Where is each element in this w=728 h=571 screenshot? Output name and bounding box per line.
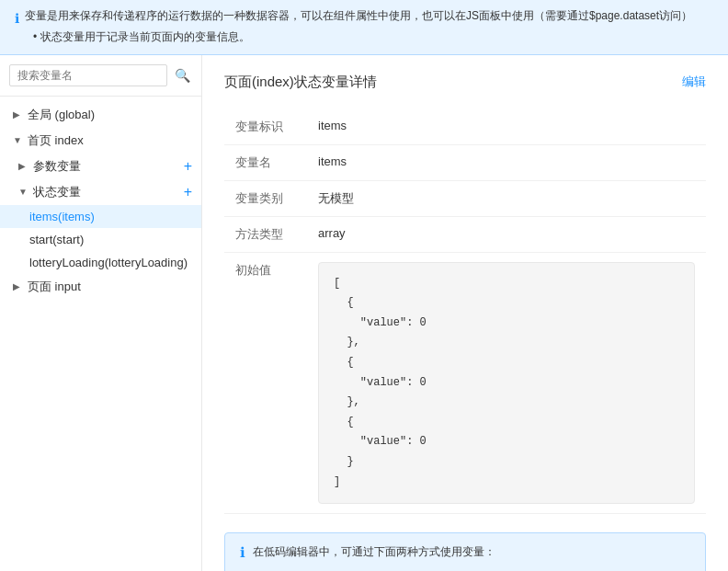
tree-label-params: 参数变量 [33, 158, 180, 175]
main-layout: 🔍 ▶ 全局 (global) ▼ 首页 index ▶ 参数变量 + ▼ [0, 55, 728, 571]
field-label-initial: 初始值 [224, 252, 307, 514]
tree-item-params[interactable]: ▶ 参数变量 + [0, 154, 201, 179]
info-box-title: 在低码编辑器中，可通过下面两种方式使用变量： [253, 544, 495, 560]
tree-item-items[interactable]: items(items) [0, 205, 201, 228]
info-box-list: 1. 选中组件，点击组件配置面板中的<>按钮，绑定相应变量的值 2. 还可以在低… [240, 566, 690, 571]
detail-title: 页面(index)状态变量详情 [224, 74, 377, 91]
banner-text-1: 变量是用来保存和传递程序的运行数据的一种数据容器，可以在组件属性中使用，也可以在… [25, 7, 692, 25]
banner-text-2: • 状态变量用于记录当前页面内的变量信息。 [33, 30, 250, 43]
top-banner: ℹ 变量是用来保存和传递程序的运行数据的一种数据容器，可以在组件属性中使用，也可… [0, 0, 728, 55]
tree-item-lottery-loading[interactable]: lotteryLoading(lotteryLoading) [0, 251, 201, 274]
tree-item-start[interactable]: start(start) [0, 228, 201, 251]
tree-item-index[interactable]: ▼ 首页 index [0, 128, 201, 154]
edit-link[interactable]: 编辑 [682, 74, 706, 90]
info-box-header: ℹ 在低码编辑器中，可通过下面两种方式使用变量： [240, 544, 690, 561]
info-box-icon: ℹ [240, 544, 245, 561]
tree-label-lottery-loading: lotteryLoading(lotteryLoading) [29, 256, 192, 269]
field-label-method: 方法类型 [224, 216, 307, 252]
tree-label-start: start(start) [29, 233, 192, 246]
field-row-name: 变量名 items [224, 144, 706, 180]
arrow-params: ▶ [18, 161, 29, 171]
search-bar: 🔍 [0, 55, 201, 97]
detail-panel: 页面(index)状态变量详情 编辑 变量标识 items 变量名 items … [202, 55, 728, 571]
detail-table: 变量标识 items 变量名 items 变量类别 无模型 方法类型 array… [224, 109, 706, 515]
info-box-item-1: 1. 选中组件，点击组件配置面板中的<>按钮，绑定相应变量的值 [258, 566, 690, 571]
field-label-name: 变量名 [224, 144, 307, 180]
tree-item-global[interactable]: ▶ 全局 (global) [0, 102, 201, 128]
tree-label-items: items(items) [29, 210, 192, 223]
field-row-method: 方法类型 array [224, 216, 706, 252]
field-value-initial: [ { "value": 0 }, { "value": 0 }, { "val… [307, 252, 706, 514]
tree-label-global: 全局 (global) [28, 107, 192, 123]
arrow-index: ▼ [13, 135, 24, 145]
field-value-method: array [307, 216, 706, 252]
tree-label-input-page: 页面 input [28, 279, 192, 295]
banner-line-2: • 状态变量用于记录当前页面内的变量信息。 [15, 29, 713, 46]
tree-item-state[interactable]: ▼ 状态变量 + [0, 179, 201, 205]
field-value-category: 无模型 [307, 180, 706, 216]
tree: ▶ 全局 (global) ▼ 首页 index ▶ 参数变量 + ▼ 状态变量… [0, 97, 201, 571]
field-row-identifier: 变量标识 items [224, 109, 706, 145]
detail-header: 页面(index)状态变量详情 编辑 [224, 74, 706, 91]
banner-line-1: ℹ 变量是用来保存和传递程序的运行数据的一种数据容器，可以在组件属性中使用，也可… [15, 7, 713, 29]
arrow-input: ▶ [13, 281, 24, 291]
add-state-button[interactable]: + [184, 185, 192, 200]
field-label-identifier: 变量标识 [224, 109, 307, 145]
add-params-button[interactable]: + [184, 159, 192, 174]
tree-item-input-page[interactable]: ▶ 页面 input [0, 274, 201, 300]
field-value-identifier: items [307, 109, 706, 145]
field-label-category: 变量类别 [224, 180, 307, 216]
search-button[interactable]: 🔍 [173, 66, 192, 85]
field-row-initial-value: 初始值 [ { "value": 0 }, { "value": 0 }, { … [224, 252, 706, 514]
info-box: ℹ 在低码编辑器中，可通过下面两种方式使用变量： 1. 选中组件，点击组件配置面… [224, 532, 706, 571]
code-block: [ { "value": 0 }, { "value": 0 }, { "val… [318, 262, 695, 505]
tree-label-state: 状态变量 [33, 184, 180, 200]
field-row-category: 变量类别 无模型 [224, 180, 706, 216]
search-input[interactable] [9, 64, 167, 86]
field-value-name: items [307, 144, 706, 180]
sidebar: 🔍 ▶ 全局 (global) ▼ 首页 index ▶ 参数变量 + ▼ [0, 55, 202, 571]
info-icon: ℹ [15, 8, 19, 29]
arrow-state: ▼ [18, 187, 29, 197]
arrow-global: ▶ [13, 109, 24, 120]
tree-label-index: 首页 index [28, 132, 192, 149]
